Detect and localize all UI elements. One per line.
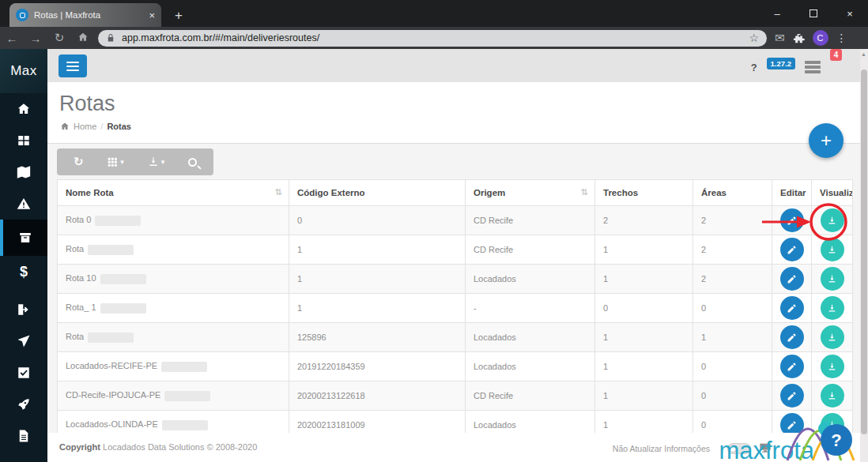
close-button[interactable]: ×	[832, 0, 868, 27]
reload-button[interactable]: ↻	[47, 31, 71, 45]
pencil-icon	[787, 391, 797, 401]
bookmark-star-icon[interactable]: ☆	[749, 32, 759, 44]
restore-icon	[810, 9, 817, 17]
cell-editar	[772, 206, 812, 235]
extensions-puzzle-icon[interactable]	[793, 32, 805, 44]
edit-button[interactable]	[780, 238, 804, 261]
table-row: Rota_ 1 1 - 0 0	[58, 294, 853, 323]
table-row: Rota 125896 Locadados 1 1	[58, 323, 853, 352]
cell-origem: -	[466, 294, 595, 323]
browser-tab[interactable]: Rotas | Maxfrota ×	[9, 3, 161, 27]
edit-button[interactable]	[780, 208, 804, 232]
browser-home-button[interactable]	[71, 32, 95, 45]
archive-box-icon	[18, 231, 32, 245]
table-row: CD-Recife-IPOJUCA-PE 20200213122618 CD R…	[58, 381, 853, 411]
edit-button[interactable]	[780, 296, 804, 320]
edit-button[interactable]	[780, 267, 804, 291]
redacted-text	[162, 420, 208, 430]
app-sidebar: Max $	[0, 49, 47, 462]
refresh-button[interactable]: ↻	[74, 148, 84, 175]
edit-button[interactable]	[780, 384, 804, 408]
forward-button[interactable]: →	[24, 32, 47, 45]
col-nome-rota[interactable]: Nome Rota⇅	[58, 180, 289, 206]
view-button[interactable]	[821, 355, 844, 378]
pencil-icon	[787, 216, 797, 226]
search-icon	[188, 158, 197, 167]
cell-origem: Locadados	[466, 352, 595, 381]
download-icon	[827, 332, 837, 343]
sidebar-item-map[interactable]	[0, 156, 47, 188]
rocket-icon	[17, 397, 31, 411]
address-bar[interactable]: app.maxfrota.com.br/#/main/deliveriesrou…	[98, 30, 767, 47]
edit-button[interactable]	[780, 325, 804, 349]
col-trechos: Trechos	[595, 180, 693, 206]
view-button[interactable]	[821, 208, 844, 232]
cell-visualizar	[812, 323, 853, 352]
edit-button[interactable]	[780, 355, 804, 378]
col-origem[interactable]: Origem⇅	[466, 180, 595, 206]
sidebar-item-deliveries[interactable]	[0, 220, 47, 256]
lock-icon	[106, 33, 115, 43]
columns-button[interactable]: ▾	[107, 148, 124, 175]
scrollbar-up-icon[interactable]: ▲	[861, 51, 866, 57]
view-button[interactable]	[821, 325, 844, 349]
back-button[interactable]: ←	[0, 32, 24, 45]
version-badge: 1.27.2	[767, 58, 795, 69]
sidebar-item-documents[interactable]	[0, 420, 47, 452]
profile-avatar[interactable]: C	[813, 30, 828, 46]
sidebar-item-exit[interactable]	[0, 294, 47, 325]
cell-areas: 2	[693, 265, 772, 294]
pencil-icon	[787, 332, 797, 343]
minimize-button[interactable]: –	[759, 0, 795, 27]
export-button[interactable]: ▾	[148, 148, 165, 175]
col-visualizar: Visualizar	[812, 180, 853, 206]
scrollbar-thumb[interactable]	[861, 69, 867, 434]
browser-menu-icon[interactable]: ⋮	[836, 32, 847, 44]
search-button[interactable]	[188, 148, 197, 175]
tab-close-icon[interactable]: ×	[149, 9, 155, 21]
col-codigo-externo: Código Externo	[289, 180, 466, 206]
cell-trechos: 1	[595, 323, 693, 352]
view-button[interactable]	[821, 296, 844, 320]
notification-count-badge: 4	[830, 49, 842, 61]
view-button[interactable]	[821, 384, 844, 408]
sidebar-item-home[interactable]	[0, 93, 47, 125]
page-scrollbar[interactable]: ▲	[860, 49, 868, 462]
cell-visualizar	[812, 381, 853, 411]
sidebar-item-tasks[interactable]	[0, 357, 47, 389]
sidebar-toggle-button[interactable]	[58, 54, 87, 77]
notifications-list-icon[interactable]	[805, 61, 821, 73]
maximize-button[interactable]	[795, 0, 832, 27]
cell-codigo-externo: 1	[289, 265, 466, 294]
cell-trechos: 0	[595, 294, 693, 323]
copyright-text: Copyright Locadados Data Solutions © 200…	[59, 442, 257, 452]
add-route-button[interactable]: +	[809, 123, 843, 158]
redacted-text	[95, 216, 141, 226]
app-logo: Max	[0, 49, 47, 93]
breadcrumb-home-link[interactable]: Home	[74, 122, 96, 131]
table-body: Rota 0 0 CD Recife 2 2 Rota 1 CD Recife …	[58, 206, 853, 440]
sidebar-item-financial[interactable]: $	[0, 256, 47, 287]
view-button[interactable]	[821, 238, 844, 261]
help-glyph[interactable]: ?	[751, 62, 757, 73]
export-download-icon	[148, 156, 159, 167]
table-header-row: Nome Rota⇅ Código Externo Origem⇅ Trecho…	[58, 180, 853, 206]
home-icon	[77, 32, 89, 43]
new-tab-button[interactable]: +	[169, 6, 188, 25]
col-areas: Áreas	[693, 180, 772, 206]
table-row: Rota 10 1 Locadados 1 2	[58, 265, 853, 294]
sidebar-item-rocket[interactable]	[0, 389, 47, 420]
view-button[interactable]	[821, 267, 844, 291]
cell-nome-rota: CD-Recife-IPOJUCA-PE	[58, 381, 289, 411]
sidebar-item-modules[interactable]	[0, 125, 47, 156]
cell-visualizar	[812, 206, 853, 235]
sidebar-item-alerts[interactable]	[0, 188, 47, 220]
cell-codigo-externo: 1	[289, 294, 466, 323]
cell-trechos: 1	[595, 265, 693, 294]
redacted-text	[88, 245, 134, 255]
cell-origem: CD Recife	[466, 381, 595, 411]
table-row: Rota 0 0 CD Recife 2 2	[58, 206, 853, 235]
sidebar-item-send[interactable]	[0, 325, 47, 357]
mail-extension-icon[interactable]: ✉	[775, 31, 785, 45]
cell-areas: 0	[693, 381, 772, 411]
